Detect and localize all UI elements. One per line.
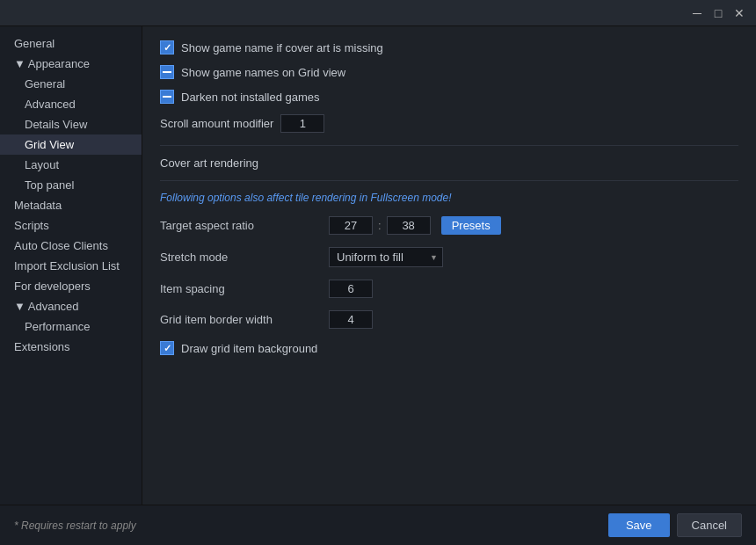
sidebar-label: Import Exclusion List — [14, 259, 120, 272]
sidebar-label: Metadata — [14, 199, 62, 212]
stretch-mode-label: Stretch mode — [160, 251, 318, 264]
scroll-modifier-label: Scroll amount modifier — [160, 117, 273, 130]
item-spacing-input[interactable] — [329, 280, 373, 298]
sidebar-item-top-panel[interactable]: Top panel — [0, 175, 142, 195]
sidebar-label: Grid View — [25, 138, 74, 151]
show-game-name-row: Show game name if cover art is missing — [160, 40, 738, 54]
sidebar-item-appearance-general[interactable]: General — [0, 74, 142, 94]
sidebar-label: Auto Close Clients — [14, 239, 108, 252]
draw-bg-checkbox[interactable] — [160, 341, 174, 355]
ratio-inputs: : — [329, 216, 431, 235]
sidebar-item-details-view[interactable]: Details View — [0, 114, 142, 134]
minimize-button[interactable]: ─ — [687, 4, 707, 23]
sidebar-label: For developers — [14, 280, 91, 293]
show-game-names-grid-checkbox[interactable] — [160, 65, 174, 79]
sidebar-label: General — [14, 37, 55, 50]
sidebar-label: Details View — [25, 118, 87, 131]
ratio-height-input[interactable] — [387, 216, 431, 235]
draw-bg-label: Draw grid item background — [181, 342, 317, 355]
sidebar-label: Top panel — [25, 178, 74, 192]
sidebar-item-performance[interactable]: Performance — [0, 316, 142, 337]
stretch-mode-row: Stretch mode Uniform to fill Uniform Fil… — [160, 247, 738, 267]
sidebar-item-appearance[interactable]: ▼ Appearance — [0, 54, 142, 74]
sidebar-item-scripts[interactable]: Scripts — [0, 215, 142, 236]
sidebar-item-for-developers[interactable]: For developers — [0, 276, 142, 296]
title-bar: ─ □ ✕ — [0, 0, 756, 26]
sidebar-item-layout[interactable]: Layout — [0, 155, 142, 175]
restore-button[interactable]: □ — [709, 4, 728, 23]
sidebar-item-metadata[interactable]: Metadata — [0, 195, 142, 215]
sidebar-item-grid-view[interactable]: Grid View — [0, 134, 142, 155]
ratio-separator: : — [378, 219, 382, 232]
darken-not-installed-row: Darken not installed games — [160, 90, 738, 104]
sidebar-label: General — [25, 77, 65, 91]
scroll-modifier-input[interactable] — [280, 114, 324, 133]
grid-border-input[interactable] — [329, 310, 373, 329]
sidebar-item-advanced[interactable]: ▼ Advanced — [0, 296, 142, 316]
sidebar-item-appearance-advanced[interactable]: Advanced — [0, 94, 142, 114]
section-title: Cover art rendering — [160, 156, 738, 170]
italic-note: Following options also affect tile rende… — [160, 192, 738, 204]
ratio-width-input[interactable] — [329, 216, 373, 235]
sidebar-label: ▼ Advanced — [14, 300, 79, 313]
sidebar-label: Scripts — [14, 219, 49, 232]
grid-border-row: Grid item border width — [160, 310, 738, 329]
sidebar-item-general[interactable]: General — [0, 33, 142, 54]
sidebar-label: ▼ Appearance — [14, 57, 90, 70]
grid-border-label: Grid item border width — [160, 313, 318, 326]
show-game-names-grid-row: Show game names on Grid view — [160, 65, 738, 79]
darken-not-installed-label: Darken not installed games — [181, 91, 320, 104]
target-aspect-ratio-row: Target aspect ratio : Presets — [160, 216, 738, 235]
settings-panel: Show game name if cover art is missing S… — [142, 26, 756, 505]
sidebar-label: Advanced — [25, 98, 76, 111]
divider2 — [160, 180, 738, 181]
footer: * Requires restart to apply Save Cancel — [0, 505, 756, 545]
stretch-mode-select[interactable]: Uniform to fill Uniform Fill None — [329, 247, 443, 267]
footer-note: * Requires restart to apply — [14, 520, 136, 532]
sidebar-label: Performance — [25, 320, 90, 333]
main-content: General ▼ Appearance General Advanced De… — [0, 26, 756, 505]
footer-buttons: Save Cancel — [608, 513, 742, 537]
stretch-mode-dropdown-wrapper: Uniform to fill Uniform Fill None — [329, 247, 443, 267]
sidebar-label: Layout — [25, 158, 59, 171]
save-button[interactable]: Save — [608, 513, 670, 537]
divider — [160, 145, 738, 146]
sidebar-label: Extensions — [14, 340, 70, 353]
item-spacing-label: Item spacing — [160, 282, 318, 295]
sidebar: General ▼ Appearance General Advanced De… — [0, 26, 142, 505]
scroll-modifier-row: Scroll amount modifier — [160, 114, 738, 133]
sidebar-item-auto-close[interactable]: Auto Close Clients — [0, 236, 142, 256]
presets-button[interactable]: Presets — [441, 216, 501, 235]
cancel-button[interactable]: Cancel — [677, 513, 742, 537]
close-button[interactable]: ✕ — [730, 4, 749, 23]
draw-bg-row: Draw grid item background — [160, 341, 738, 355]
show-game-names-grid-label: Show game names on Grid view — [181, 66, 345, 79]
sidebar-item-import-exclusion[interactable]: Import Exclusion List — [0, 256, 142, 276]
target-aspect-ratio-label: Target aspect ratio — [160, 219, 318, 232]
sidebar-item-extensions[interactable]: Extensions — [0, 337, 142, 357]
show-game-name-checkbox[interactable] — [160, 40, 174, 54]
item-spacing-row: Item spacing — [160, 280, 738, 298]
darken-not-installed-checkbox[interactable] — [160, 90, 174, 104]
show-game-name-label: Show game name if cover art is missing — [181, 41, 383, 54]
